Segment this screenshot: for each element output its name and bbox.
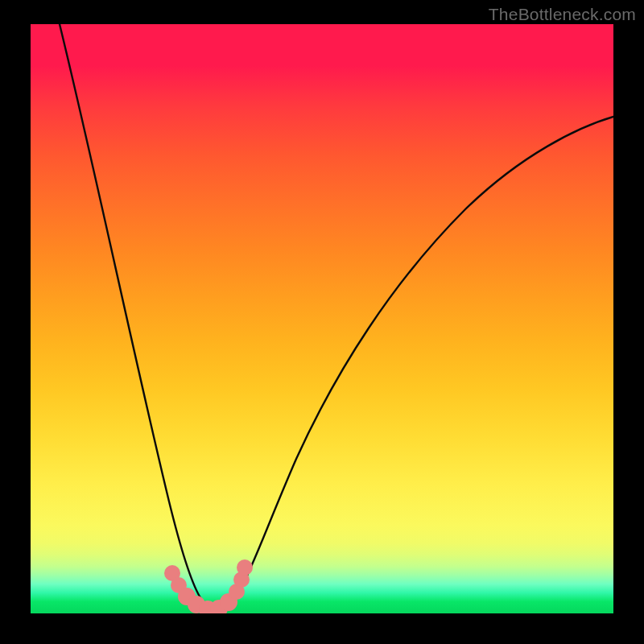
bottleneck-curve bbox=[60, 24, 613, 610]
curve-marker bbox=[237, 559, 253, 576]
watermark-text: TheBottleneck.com bbox=[489, 5, 636, 24]
chart-svg bbox=[31, 24, 613, 613]
valley-markers bbox=[164, 559, 253, 613]
chart-plot-area bbox=[31, 24, 613, 613]
chart-frame: TheBottleneck.com bbox=[0, 0, 644, 644]
